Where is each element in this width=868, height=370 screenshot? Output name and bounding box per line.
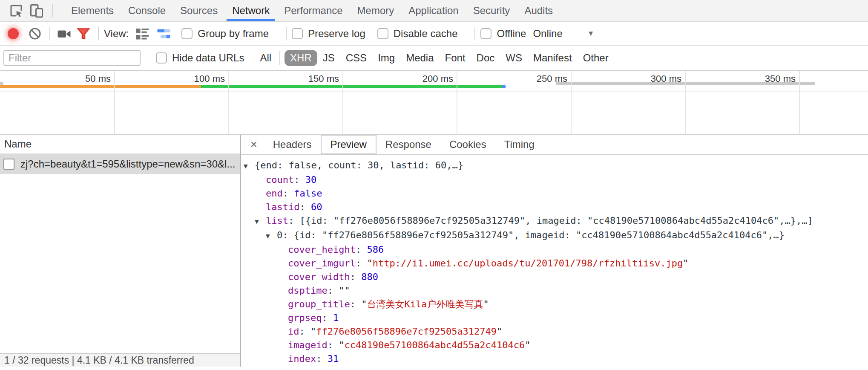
hide-data-urls-checkbox[interactable] [156,52,167,64]
detail-tab-response[interactable]: Response [377,135,440,154]
json-str: 台湾美女Kila户外唯美写真 [367,299,483,309]
preview-line: grpseq: 1 [244,311,868,325]
detail-tab-preview[interactable]: Preview [321,135,377,154]
preview-line [244,366,868,367]
json-quote: " [497,326,502,337]
devtools-window: ElementsConsoleSourcesNetworkPerformance… [0,0,868,370]
inspect-icon[interactable] [6,0,26,21]
request-bar-blue-tip [502,85,506,88]
filter-type-js[interactable]: JS [317,50,340,66]
ruler-edge [0,91,868,92]
timeline-gridline [799,71,800,134]
tab-console[interactable]: Console [121,0,173,21]
large-rows-icon[interactable] [133,24,152,43]
disable-cache-checkbox[interactable] [377,28,388,39]
group-by-frame-checkbox[interactable] [181,28,193,39]
timeline-gridline [571,71,572,134]
filter-type-other[interactable]: Other [578,50,614,66]
json-str: cc48190e57100864abc4d55a2c4104c6 [344,340,525,350]
request-table-empty-area [0,174,240,353]
expand-arrow-icon[interactable]: ▼ [266,229,277,243]
json-plain: : [350,299,362,309]
offline-checkbox[interactable] [480,28,491,39]
json-plain: : [356,244,367,255]
chevron-down-icon: ▼ [587,29,595,38]
screenshot-camera-icon[interactable] [55,24,74,43]
tab-application[interactable]: Application [401,0,466,21]
close-icon[interactable]: × [244,135,264,154]
row-checkbox[interactable] [3,159,14,170]
filter-input[interactable] [3,50,141,66]
throttling-select[interactable]: Online ▼ [533,28,594,40]
json-key: dsptime [288,285,328,296]
json-num: 586 [367,244,384,255]
tab-security[interactable]: Security [466,0,517,21]
json-plain: : [299,202,311,212]
json-plain: : [356,258,367,269]
divider [52,4,53,17]
json-quote: " [339,340,344,350]
network-toolbar: View: Group by frame Preserve log [0,22,868,46]
json-plain: : [322,312,333,323]
filter-type-doc[interactable]: Doc [471,50,500,66]
tab-elements[interactable]: Elements [64,0,121,21]
filter-type-manifest[interactable]: Manifest [528,50,578,66]
device-toolbar-icon[interactable] [26,0,47,21]
table-row[interactable]: zj?ch=beauty&t1=595&listtype=new&sn=30&l… [0,154,240,174]
json-plain: [{id: "ff276e8056f58896e7cf92505a312749"… [299,215,813,226]
preview-line: dsptime: "" [244,284,868,298]
filter-type-all[interactable]: All [254,50,277,66]
timeline-tick-label: 350 ms [732,73,796,84]
request-bar-gray-small [0,82,3,85]
preview-line: id: "ff276e8056f58896e7cf92505a312749" [244,325,868,338]
tab-sources[interactable]: Sources [173,0,225,21]
filter-type-css[interactable]: CSS [340,50,372,66]
json-key: group_title [288,299,350,309]
timeline-overview[interactable]: 50 ms100 ms150 ms200 ms250 ms300 ms350 m… [0,71,868,135]
expand-arrow-icon[interactable]: ▼ [255,215,266,228]
json-preview: ▼{end: false, count: 30, lastid: 60,…}co… [241,155,868,367]
filter-type-xhr[interactable]: XHR [285,50,317,66]
preview-line: group_title: "台湾美女Kila户外唯美写真" [244,298,868,311]
tab-audits[interactable]: Audits [517,0,560,21]
json-key: grpseq [288,312,322,323]
detail-tab-cookies[interactable]: Cookies [440,135,495,154]
expand-arrow-icon[interactable]: ▼ [244,159,255,173]
json-plain: : [288,215,300,226]
divider [279,51,280,65]
filter-type-ws[interactable]: WS [500,50,528,66]
request-summary: 1 / 32 requests | 4.1 KB / 4.1 KB transf… [4,355,194,366]
preview-line: ▼0: {id: "ff276e8056f58896e7cf92505a3127… [244,228,868,243]
json-key: id [288,326,299,337]
filter-funnel-icon[interactable] [74,24,93,43]
timeline-tick-label: 300 ms [618,73,681,84]
timeline-gridline [342,71,343,134]
panel-tabs: ElementsConsoleSourcesNetworkPerformance… [64,0,560,21]
filter-type-font[interactable]: Font [440,50,471,66]
name-column-header[interactable]: Name [0,135,240,154]
json-quote: " [525,340,530,350]
view-label: View: [104,28,129,40]
request-bar-orange [0,85,201,88]
json-quote: " [683,258,688,269]
timeline-tick-label: 50 ms [47,73,111,84]
tab-memory[interactable]: Memory [350,0,402,21]
preserve-log-checkbox[interactable] [292,28,303,39]
waterfall-overview-icon[interactable] [155,24,174,43]
name-header-label: Name [4,138,32,150]
record-button[interactable] [8,28,19,39]
tab-network[interactable]: Network [225,0,277,21]
json-num: false [294,188,322,199]
divider [286,27,287,40]
tab-performance[interactable]: Performance [277,0,350,21]
network-main: Name zj?ch=beauty&t1=595&listtype=new&sn… [0,135,868,367]
filter-type-media[interactable]: Media [400,50,439,66]
filter-type-img[interactable]: Img [372,50,400,66]
json-plain: 0: {id: "ff276e8056f58896e7cf92505a31274… [277,230,785,240]
detail-tab-headers[interactable]: Headers [264,135,321,154]
clear-button[interactable] [26,24,44,43]
timeline-gridline [685,71,686,134]
detail-tab-timing[interactable]: Timing [495,135,543,154]
timeline-tick-label: 250 ms [503,73,567,84]
timeline-gridline [457,71,457,134]
